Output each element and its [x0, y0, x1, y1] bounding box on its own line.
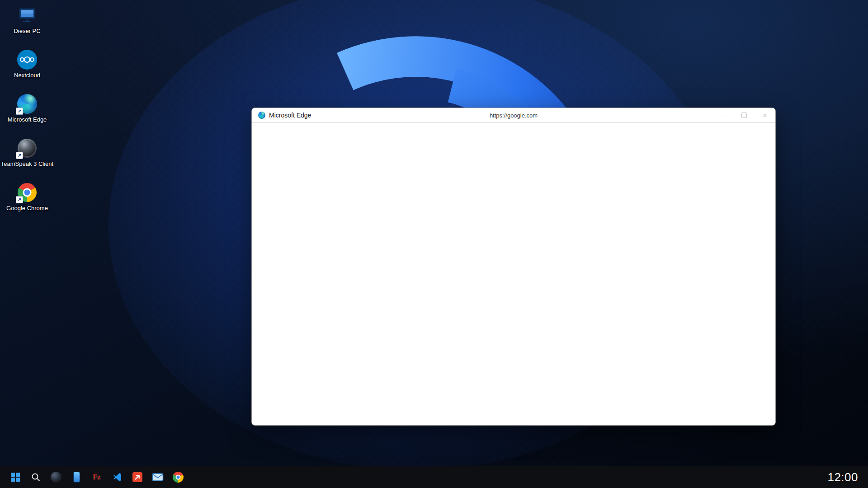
minimize-button[interactable]: — — [713, 108, 734, 122]
close-icon: ✕ — [763, 112, 768, 119]
desktop-icon-microsoft-edge[interactable]: ↗ Microsoft Edge — [5, 94, 49, 123]
desktop-icon-nextcloud[interactable]: Nextcloud — [5, 50, 49, 79]
shortcut-arrow-badge: ↗ — [16, 108, 23, 115]
dark-sphere-app-button[interactable] — [47, 468, 65, 486]
filezilla-icon: Fz — [93, 473, 101, 481]
maximize-icon — [741, 113, 747, 118]
shortcut-arrow-badge: ↗ — [16, 152, 23, 159]
red-arrow-app-button[interactable] — [128, 468, 146, 486]
desktop-icon-label: Dieser PC — [14, 28, 40, 34]
teamspeak-icon: ↗ — [17, 138, 37, 158]
phone-icon — [73, 472, 80, 483]
edge-icon: ↗ — [17, 94, 37, 114]
chrome-taskbar-button[interactable] — [169, 468, 187, 486]
desktop-root: Dieser PC Nextcloud ↗ Microsoft Edge — [0, 0, 868, 488]
filezilla-button[interactable]: Fz — [88, 468, 106, 486]
maximize-button[interactable] — [734, 108, 755, 122]
red-arrow-app-icon — [132, 472, 142, 482]
windows-logo-icon — [10, 472, 21, 483]
taskbar-icon-group: Fz — [6, 468, 187, 486]
mail-icon — [152, 473, 164, 482]
taskbar-clock[interactable]: 12:00 — [827, 470, 862, 484]
mail-button[interactable] — [149, 468, 167, 486]
start-button[interactable] — [6, 468, 24, 486]
taskbar: Fz — [0, 466, 868, 488]
titlebar-left: Microsoft Edge — [252, 112, 311, 119]
edge-content-area[interactable] — [252, 123, 775, 425]
edge-window: Microsoft Edge https://google.com — ✕ — [251, 108, 776, 426]
edge-titlebar[interactable]: Microsoft Edge https://google.com — ✕ — [252, 108, 775, 123]
desktop-icon-google-chrome[interactable]: ↗ Google Chrome — [5, 183, 49, 211]
desktop-icon-label: Nextcloud — [14, 72, 40, 79]
minimize-icon: — — [721, 112, 726, 119]
shortcut-arrow-badge: ↗ — [16, 196, 23, 203]
vscode-button[interactable] — [108, 468, 126, 486]
search-icon — [30, 472, 41, 483]
edge-logo-icon — [258, 112, 265, 119]
desktop-icon-label: TeamSpeak 3 Client — [1, 160, 53, 167]
chrome-icon: ↗ — [17, 183, 37, 202]
chrome-icon — [173, 472, 184, 483]
this-pc-icon — [17, 5, 37, 25]
vscode-icon — [112, 472, 123, 483]
desktop-icon-teamspeak[interactable]: ↗ TeamSpeak 3 Client — [5, 138, 49, 167]
window-url-text: https://google.com — [490, 112, 538, 119]
desktop-icon-label: Microsoft Edge — [8, 116, 47, 123]
phone-link-button[interactable] — [67, 468, 85, 486]
desktop-icon-label: Google Chrome — [6, 205, 48, 211]
close-button[interactable]: ✕ — [755, 108, 775, 122]
desktop-icon-dieser-pc[interactable]: Dieser PC — [5, 5, 49, 34]
window-controls: — ✕ — [713, 108, 775, 122]
search-button[interactable] — [27, 468, 45, 486]
nextcloud-icon — [17, 50, 37, 70]
window-title: Microsoft Edge — [269, 112, 311, 119]
dark-sphere-app-icon — [51, 472, 61, 483]
desktop-icon-column: Dieser PC Nextcloud ↗ Microsoft Edge — [5, 5, 49, 211]
